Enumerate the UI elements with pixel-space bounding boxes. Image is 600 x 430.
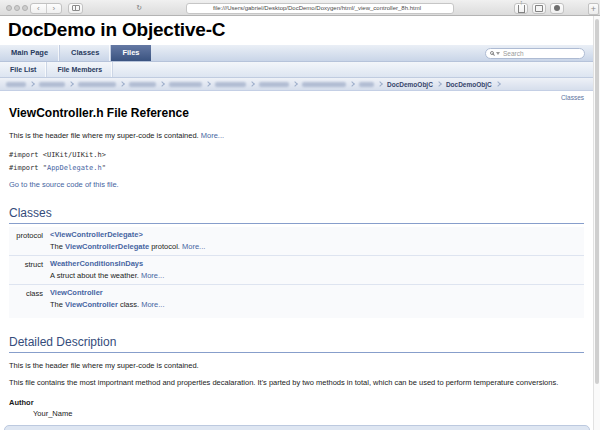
- chevron-right-icon: [436, 81, 442, 87]
- tab-file-members[interactable]: File Members: [47, 62, 113, 77]
- table-row: struct WeatherConditionsInDays A struct …: [9, 255, 584, 284]
- summary-classes-link[interactable]: Classes: [561, 94, 584, 101]
- class-kind: struct: [9, 259, 43, 269]
- table-row: protocol <ViewControllerDelegate> The Vi…: [9, 227, 584, 255]
- chevron-right-icon: [292, 81, 298, 87]
- chevron-right-icon: [495, 81, 501, 87]
- browser-toolbar: ‹ › file:///Users/gabriel/Desktop/DocDem…: [0, 0, 600, 16]
- class-name: ViewController: [43, 288, 103, 298]
- chevron-right-icon: [159, 81, 165, 87]
- tab-overview-button[interactable]: [532, 3, 546, 14]
- content-area: Classes ViewController.h File Reference …: [0, 91, 593, 430]
- chevron-right-icon: [377, 81, 383, 87]
- breadcrumb-item-docdemoobjc[interactable]: DocDemoObjC: [446, 81, 492, 88]
- appdelegate-link[interactable]: AppDelegate.h: [47, 164, 102, 172]
- breadcrumb-item-docdemoobjc[interactable]: DocDemoObjC: [387, 81, 433, 88]
- class-name-link[interactable]: WeatherConditionsInDays: [50, 259, 143, 268]
- include-block: #import <UIKit/UIKit.h> #import "AppDele…: [9, 149, 584, 175]
- tab-main-page[interactable]: Main Page: [0, 45, 60, 61]
- breadcrumb-item-redacted[interactable]: [169, 81, 202, 88]
- address-bar[interactable]: file:///Users/gabriel/Desktop/DocDemo/Do…: [186, 3, 454, 14]
- footer-bar: [4, 425, 590, 430]
- doxygen-page: DocDemo in Objective-C Main Page Classes…: [0, 16, 593, 430]
- sidebar-icon: [72, 5, 80, 11]
- desc-text: A struct about the weather.: [50, 271, 141, 280]
- tab-file-list[interactable]: File List: [0, 62, 47, 77]
- class-kind: class: [9, 288, 43, 298]
- desc-text: The: [50, 300, 65, 309]
- classes-section-heading: Classes: [9, 206, 584, 224]
- desc-class-link[interactable]: ViewController: [65, 300, 118, 309]
- breadcrumb-item-redacted[interactable]: [302, 81, 346, 88]
- class-description: The ViewControllerDelegate protocol. Mor…: [9, 242, 584, 251]
- breadcrumb-item-redacted[interactable]: [359, 81, 374, 88]
- search-box[interactable]: [485, 48, 585, 59]
- window-close-button[interactable]: [6, 5, 12, 11]
- class-description: A struct about the weather. More...: [9, 271, 584, 280]
- detail-paragraph: This file contains the most importnant m…: [9, 378, 584, 387]
- breadcrumb-item-redacted[interactable]: [6, 81, 26, 88]
- share-icon: [518, 5, 525, 13]
- intro-text: This is the header file where my super-c…: [9, 131, 201, 140]
- source-code-link[interactable]: Go to the source code of this file.: [9, 180, 119, 189]
- desc-class-link[interactable]: ViewControllerDelegate: [65, 242, 149, 251]
- class-kind: protocol: [9, 230, 43, 240]
- chevron-right-icon: [29, 81, 35, 87]
- vertical-scrollbar[interactable]: [593, 16, 600, 430]
- intro-more-link[interactable]: More...: [201, 131, 224, 140]
- breadcrumb-item-redacted[interactable]: [129, 81, 156, 88]
- chevron-right-icon: [68, 81, 74, 87]
- window-minimize-button[interactable]: [14, 5, 20, 11]
- desc-text: class.: [118, 300, 141, 309]
- window-zoom-button[interactable]: [22, 5, 28, 11]
- page-title: ViewController.h File Reference: [9, 106, 584, 120]
- chevron-right-icon: [249, 81, 255, 87]
- desc-text: The: [50, 242, 65, 251]
- more-link[interactable]: More...: [141, 300, 164, 309]
- include-suffix: ": [102, 164, 106, 172]
- breadcrumb: DocDemoObjC DocDemoObjC: [0, 78, 593, 91]
- classes-table: protocol <ViewControllerDelegate> The Vi…: [9, 227, 584, 318]
- class-description: The ViewController class. More...: [9, 300, 584, 309]
- dot-icon: [554, 5, 560, 11]
- breadcrumb-item-redacted[interactable]: [78, 81, 116, 88]
- class-name: <ViewControllerDelegate>: [43, 230, 143, 240]
- scrollbar-thumb[interactable]: [595, 19, 599, 384]
- source-code-line: Go to the source code of this file.: [9, 180, 584, 189]
- sidebar-toggle-button[interactable]: [68, 3, 83, 14]
- include-line: #import <UIKit/UIKit.h>: [9, 149, 584, 162]
- table-row: class ViewController The ViewController …: [9, 284, 584, 313]
- tab-files[interactable]: Files: [111, 45, 150, 61]
- tab-classes[interactable]: Classes: [60, 45, 111, 61]
- downloads-button[interactable]: [550, 3, 564, 14]
- include-line: #import "AppDelegate.h": [9, 162, 584, 175]
- chevron-right-icon: [119, 81, 125, 87]
- new-tab-button[interactable]: +: [588, 3, 599, 15]
- summary-links: Classes: [9, 91, 584, 101]
- include-prefix: #import ": [9, 164, 47, 172]
- breadcrumb-item-redacted[interactable]: [259, 81, 289, 88]
- back-button[interactable]: ‹: [31, 4, 47, 13]
- desc-text: protocol.: [149, 242, 182, 251]
- chevron-right-icon: [205, 81, 211, 87]
- main-tab-bar: Main Page Classes Files: [0, 45, 593, 62]
- search-dropdown-icon[interactable]: [496, 52, 500, 55]
- breadcrumb-item-redacted[interactable]: [39, 81, 65, 88]
- project-title: DocDemo in Objective-C: [0, 16, 593, 45]
- detail-paragraph: This is the header file where my super-c…: [9, 361, 584, 370]
- author-section: Author Your_Name: [9, 398, 584, 418]
- class-name-link[interactable]: ViewController: [50, 288, 103, 297]
- search-input[interactable]: [503, 50, 573, 57]
- history-nav: ‹ ›: [30, 3, 62, 14]
- breadcrumb-item-redacted[interactable]: [215, 81, 246, 88]
- tabs-icon: [535, 5, 543, 12]
- class-name-link[interactable]: <ViewControllerDelegate>: [50, 230, 143, 239]
- share-button[interactable]: [514, 3, 528, 14]
- detailed-description-heading: Detailed Description: [9, 335, 584, 353]
- more-link[interactable]: More...: [141, 271, 164, 280]
- more-link[interactable]: More...: [182, 242, 205, 251]
- reload-icon[interactable]: ↻: [136, 4, 142, 12]
- sub-tab-bar: File List File Members: [0, 62, 593, 78]
- forward-button[interactable]: ›: [47, 4, 62, 13]
- chevron-right-icon: [349, 81, 355, 87]
